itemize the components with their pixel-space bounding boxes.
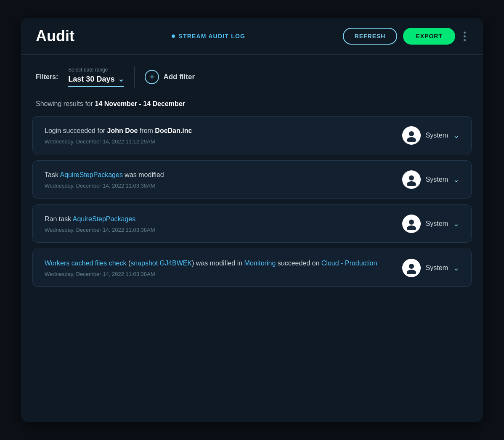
results-summary: Showing results for 14 November - 14 Dec… bbox=[21, 96, 483, 116]
log-message: Task AquireStepPackages was modified bbox=[45, 170, 402, 180]
log-entries-list: Login succeeded for John Doe from DoeDan… bbox=[21, 116, 483, 304]
actor-name: System bbox=[426, 264, 448, 272]
user-avatar-icon bbox=[405, 173, 418, 186]
user-avatar-icon bbox=[405, 262, 418, 274]
results-date-range: 14 November - 14 December bbox=[95, 100, 185, 107]
svg-point-0 bbox=[409, 131, 414, 136]
add-filter-icon: + bbox=[145, 70, 159, 84]
log-content: Task AquireStepPackages was modified Wed… bbox=[45, 170, 402, 189]
svg-point-1 bbox=[407, 137, 416, 142]
log-monitoring-link[interactable]: Monitoring bbox=[244, 260, 276, 267]
log-message: Workers cached files check (snapshot GJ4… bbox=[45, 258, 402, 268]
log-content: Login succeeded for John Doe from DoeDan… bbox=[45, 126, 402, 145]
log-entry: Ran task AquireStepPackages Wednesday, D… bbox=[32, 204, 472, 243]
actor-name: System bbox=[426, 220, 448, 228]
svg-point-2 bbox=[409, 175, 414, 180]
date-range-hint: Select date range bbox=[68, 67, 124, 73]
header-actions: REFRESH EXPORT bbox=[343, 28, 468, 45]
actor-name: System bbox=[426, 176, 448, 183]
log-timestamp: Wednesday, December 14, 2022 11:03:38AM bbox=[45, 183, 402, 189]
user-avatar-icon bbox=[405, 129, 418, 142]
log-entry: Login succeeded for John Doe from DoeDan… bbox=[32, 116, 472, 154]
chevron-down-icon[interactable]: ⌄ bbox=[453, 175, 459, 184]
log-actor: System ⌄ bbox=[402, 215, 459, 233]
page-title: Audit bbox=[36, 27, 74, 45]
actor-name: System bbox=[426, 132, 448, 139]
log-timestamp: Wednesday, December 14, 2022 11:12:29AM bbox=[45, 138, 402, 145]
log-message: Ran task AquireStepPackages bbox=[45, 214, 402, 224]
svg-point-5 bbox=[407, 225, 416, 230]
avatar bbox=[402, 170, 421, 189]
log-actor: System ⌄ bbox=[402, 170, 459, 189]
avatar bbox=[402, 259, 421, 277]
log-user: John Doe bbox=[107, 127, 138, 134]
svg-point-6 bbox=[409, 264, 414, 269]
log-timestamp: Wednesday, December 14, 2022 11:03:38AM bbox=[45, 227, 402, 233]
log-timestamp: Wednesday, December 14, 2022 11:03:38AM bbox=[45, 271, 402, 277]
log-actor: System ⌄ bbox=[402, 126, 459, 145]
chevron-down-icon[interactable]: ⌄ bbox=[453, 219, 459, 228]
chevron-down-icon[interactable]: ⌄ bbox=[453, 263, 459, 273]
user-avatar-icon bbox=[405, 217, 418, 230]
vertical-divider bbox=[134, 66, 135, 87]
dot-icon bbox=[464, 32, 466, 34]
more-options-button[interactable] bbox=[461, 30, 468, 43]
date-range-selector[interactable]: Select date range Last 30 Days ⌄ bbox=[68, 67, 124, 87]
chevron-down-icon[interactable]: ⌄ bbox=[453, 131, 459, 140]
filters-bar: Filters: Select date range Last 30 Days … bbox=[21, 55, 483, 96]
stream-label-group: STREAM AUDIT LOG bbox=[74, 33, 343, 40]
filters-label: Filters: bbox=[36, 73, 58, 81]
log-cloud-link[interactable]: Cloud - Production bbox=[321, 260, 377, 267]
refresh-button[interactable]: REFRESH bbox=[343, 28, 398, 45]
results-prefix: Showing results for bbox=[36, 100, 95, 107]
log-task-link[interactable]: AquireStepPackages bbox=[60, 171, 122, 178]
svg-point-3 bbox=[407, 181, 416, 186]
date-range-value: Last 30 Days ⌄ bbox=[68, 74, 124, 84]
avatar bbox=[402, 215, 421, 233]
dot-icon bbox=[464, 35, 466, 37]
log-org: DoeDan.inc bbox=[155, 127, 192, 134]
add-filter-label: Add filter bbox=[163, 73, 195, 81]
log-check-link[interactable]: Workers cached files check bbox=[45, 260, 126, 267]
export-button[interactable]: EXPORT bbox=[403, 28, 455, 45]
chevron-down-icon: ⌄ bbox=[118, 74, 124, 84]
log-snapshot-link[interactable]: snapshot GJ4BWEK bbox=[130, 260, 192, 267]
stream-audit-log-label: STREAM AUDIT LOG bbox=[178, 33, 245, 40]
svg-point-4 bbox=[409, 220, 414, 225]
app-container: Audit STREAM AUDIT LOG REFRESH EXPORT Fi… bbox=[21, 18, 483, 422]
log-entry: Task AquireStepPackages was modified Wed… bbox=[32, 160, 472, 199]
log-content: Workers cached files check (snapshot GJ4… bbox=[45, 258, 402, 277]
log-content: Ran task AquireStepPackages Wednesday, D… bbox=[45, 214, 402, 233]
stream-dot-icon bbox=[172, 34, 175, 38]
log-task-link[interactable]: AquireStepPackages bbox=[73, 215, 135, 223]
date-range-text: Last 30 Days bbox=[68, 75, 114, 84]
log-entry: Workers cached files check (snapshot GJ4… bbox=[32, 249, 472, 287]
log-message: Login succeeded for John Doe from DoeDan… bbox=[45, 126, 402, 136]
log-actor: System ⌄ bbox=[402, 259, 459, 277]
header: Audit STREAM AUDIT LOG REFRESH EXPORT bbox=[21, 18, 483, 55]
svg-point-7 bbox=[407, 270, 416, 274]
avatar bbox=[402, 126, 421, 145]
dot-icon bbox=[464, 39, 466, 41]
add-filter-button[interactable]: + Add filter bbox=[145, 70, 195, 84]
